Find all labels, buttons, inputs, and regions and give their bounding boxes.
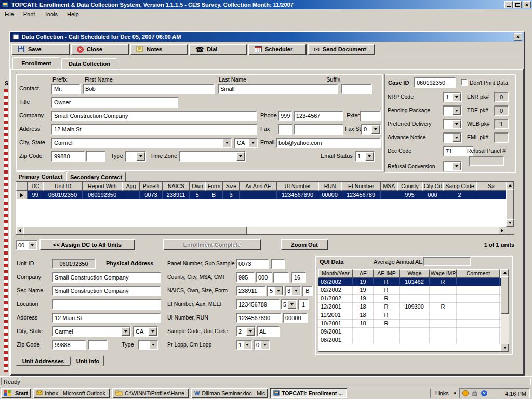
- dropdown-arrow-icon[interactable]: [274, 287, 283, 295]
- dropdown-arrow-icon[interactable]: [453, 107, 461, 115]
- enrollment-complete-button[interactable]: Enrollment Complete: [163, 239, 261, 250]
- tab-secondary-contact[interactable]: Secondary Contact: [66, 172, 126, 181]
- qui-col-comment[interactable]: Comment: [457, 269, 500, 278]
- tab-primary-contact[interactable]: Primary Contact: [16, 171, 65, 181]
- qui-col-wage-imp[interactable]: Wage IMP: [430, 269, 457, 278]
- menu-file[interactable]: File: [0, 10, 19, 18]
- dropdown-arrow-icon[interactable]: [292, 287, 300, 295]
- qui-row[interactable]: 12/200118R109300R: [318, 303, 501, 311]
- menu-tools[interactable]: Tools: [39, 10, 62, 18]
- grid-vertical-scrollbar[interactable]: [506, 182, 514, 227]
- grid-col-sa[interactable]: Sa: [476, 182, 506, 191]
- dropdown-arrow-icon[interactable]: [28, 241, 36, 249]
- app-titlebar[interactable]: TOPCATI: Enrollment & Data Collection Sy…: [0, 0, 532, 9]
- grid-col-msa[interactable]: MSA: [381, 182, 397, 191]
- dont-print-checkbox[interactable]: [461, 79, 468, 86]
- grid-col-agg[interactable]: Agg: [122, 182, 140, 191]
- grid-col-own[interactable]: Own: [190, 182, 205, 191]
- unit-zip-input[interactable]: [52, 340, 86, 350]
- sub-sample-input[interactable]: [271, 259, 285, 269]
- grid-col-run[interactable]: RUN: [318, 182, 341, 191]
- qui-col-ae-imp[interactable]: AE IMP: [374, 269, 400, 278]
- location-input[interactable]: [52, 299, 161, 310]
- dc-combo[interactable]: 00: [16, 240, 37, 250]
- ei-number-input[interactable]: [236, 299, 280, 310]
- menu-print[interactable]: Print: [19, 10, 40, 18]
- own-combo[interactable]: 5: [267, 286, 284, 296]
- qui-row[interactable]: 02/200219R: [318, 286, 501, 295]
- send-document-button[interactable]: ✉ Send Document: [308, 44, 375, 55]
- save-button[interactable]: Save: [11, 44, 70, 55]
- taskbar-button-word[interactable]: W Dillman Seminar.doc - Mic...: [191, 388, 268, 398]
- grid-col-ui-number[interactable]: UI Number: [277, 182, 318, 191]
- qui-row[interactable]: 03/200219R101462R: [318, 278, 501, 286]
- state-combo[interactable]: CA: [234, 138, 258, 148]
- msa-input[interactable]: [273, 272, 289, 283]
- row-selector-arrow-icon[interactable]: [16, 191, 28, 200]
- dial-button[interactable]: ☎ Dial: [189, 44, 247, 55]
- fax-area-input[interactable]: [278, 124, 292, 135]
- last-name-input[interactable]: [218, 84, 338, 94]
- cmi-input[interactable]: [291, 272, 306, 283]
- dropdown-arrow-icon[interactable]: [122, 327, 130, 336]
- grid-col-selector[interactable]: [16, 182, 28, 191]
- grid-col-city-cd[interactable]: City Cd: [422, 182, 443, 191]
- tab-enrollment[interactable]: Enrollment: [12, 57, 60, 69]
- unit-company-input[interactable]: [52, 272, 161, 283]
- dropdown-arrow-icon[interactable]: [149, 341, 157, 349]
- phone-input[interactable]: [294, 111, 343, 121]
- close-icon[interactable]: ×: [514, 33, 522, 41]
- dropdown-arrow-icon[interactable]: [137, 152, 145, 161]
- size-combo[interactable]: 3: [285, 286, 301, 296]
- grid-col-dc[interactable]: DC: [28, 182, 43, 191]
- sec-name-input[interactable]: [52, 286, 161, 296]
- zip4-input[interactable]: [86, 151, 105, 162]
- links-label[interactable]: Links: [435, 390, 449, 396]
- extension-input[interactable]: [360, 111, 381, 121]
- grid-col-panel[interactable]: Panel#: [140, 182, 163, 191]
- scroll-down-icon[interactable]: [506, 219, 514, 227]
- taskbar-button-folder[interactable]: C:\WINNT\Profiles\Harre...: [112, 388, 189, 398]
- naics-input[interactable]: [236, 286, 266, 296]
- panel-number-input[interactable]: [236, 259, 269, 269]
- grid-horizontal-scrollbar[interactable]: [16, 227, 506, 234]
- zip-input[interactable]: [51, 151, 85, 162]
- qui-col-wage[interactable]: Wage: [400, 269, 430, 278]
- grid-col-county[interactable]: County: [397, 182, 422, 191]
- qui-row[interactable]: 11/200118R: [318, 311, 501, 320]
- grid-col-naics[interactable]: NAICS: [163, 182, 190, 191]
- unit-type-combo[interactable]: [138, 340, 158, 350]
- scroll-up-icon[interactable]: [506, 182, 514, 189]
- run-input[interactable]: [283, 313, 308, 323]
- email-input[interactable]: [276, 138, 381, 148]
- fax-input[interactable]: [294, 124, 343, 135]
- notes-button[interactable]: Notes: [130, 44, 188, 55]
- taskbar-button-outlook[interactable]: Inbox - Microsoft Outlook: [33, 388, 110, 398]
- tab-data-collection[interactable]: Data Collection: [61, 58, 117, 69]
- scroll-right-icon[interactable]: [499, 227, 506, 234]
- aux-combo[interactable]: 5: [281, 299, 297, 310]
- scroll-up-icon[interactable]: [501, 269, 509, 276]
- scheduler-button[interactable]: Scheduler: [248, 44, 307, 55]
- pr-lopp-combo[interactable]: 1: [236, 340, 252, 350]
- dropdown-arrow-icon[interactable]: [246, 327, 255, 336]
- taskbar-button-topcati[interactable]: TOPCATI: Enrollment ...: [270, 388, 347, 398]
- dropdown-arrow-icon[interactable]: [249, 139, 257, 147]
- window-titlebar[interactable]: Data Collection - Call Scheduled for Dec…: [10, 32, 524, 42]
- cm-lopp-combo[interactable]: 0: [254, 340, 270, 350]
- qui-row[interactable]: 01/200219R: [318, 295, 501, 303]
- fax-status-combo[interactable]: 0: [361, 124, 381, 135]
- qui-col-ae[interactable]: AE: [353, 269, 374, 278]
- assign-dc-button[interactable]: << Assign DC to All Units: [39, 239, 135, 250]
- dropdown-arrow-icon[interactable]: [365, 152, 374, 161]
- grid-col-av-ann-ae[interactable]: Av Ann AE: [240, 182, 277, 191]
- grid-col-samp-code[interactable]: Samp Code: [443, 182, 476, 191]
- dropdown-arrow-icon[interactable]: [261, 341, 269, 349]
- maximize-icon[interactable]: [513, 1, 522, 8]
- unit-code-input[interactable]: [257, 326, 280, 337]
- unit-city-combo[interactable]: Carmel: [52, 326, 131, 337]
- advance-notice-combo[interactable]: [443, 132, 462, 143]
- unit-zip4-input[interactable]: [88, 340, 108, 350]
- links-chevron-icon[interactable]: »: [453, 390, 456, 396]
- title-input[interactable]: [51, 97, 178, 108]
